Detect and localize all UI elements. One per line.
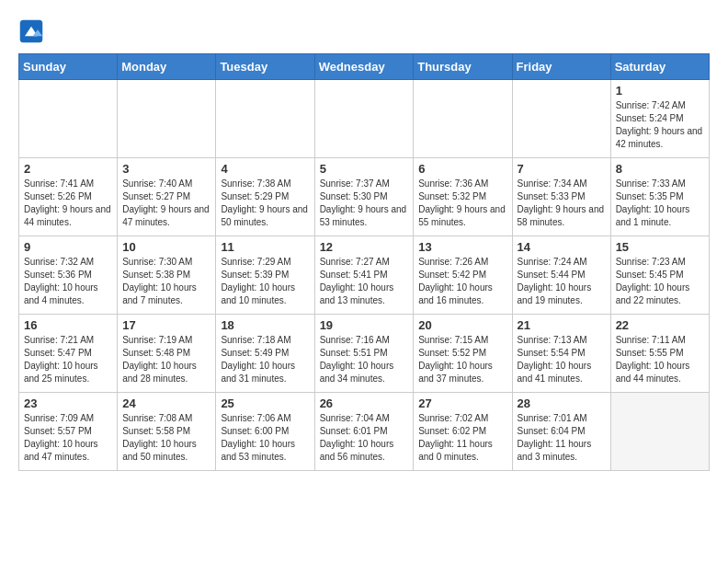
calendar-cell: 15Sunrise: 7:23 AM Sunset: 5:45 PM Dayli… <box>610 236 709 315</box>
calendar-cell: 7Sunrise: 7:34 AM Sunset: 5:33 PM Daylig… <box>512 158 610 236</box>
day-info: Sunrise: 7:15 AM Sunset: 5:52 PM Dayligh… <box>418 334 506 385</box>
day-info: Sunrise: 7:32 AM Sunset: 5:36 PM Dayligh… <box>24 256 112 307</box>
day-number: 10 <box>122 240 210 254</box>
day-info: Sunrise: 7:16 AM Sunset: 5:51 PM Dayligh… <box>320 334 409 385</box>
calendar-header-row: Sunday Monday Tuesday Wednesday Thursday… <box>19 54 710 80</box>
calendar-cell: 17Sunrise: 7:19 AM Sunset: 5:48 PM Dayli… <box>118 315 216 393</box>
day-info: Sunrise: 7:36 AM Sunset: 5:32 PM Dayligh… <box>418 178 506 229</box>
calendar-cell: 20Sunrise: 7:15 AM Sunset: 5:52 PM Dayli… <box>414 315 512 393</box>
calendar-cell: 28Sunrise: 7:01 AM Sunset: 6:04 PM Dayli… <box>512 393 610 471</box>
day-info: Sunrise: 7:40 AM Sunset: 5:27 PM Dayligh… <box>122 178 210 229</box>
calendar-cell: 3Sunrise: 7:40 AM Sunset: 5:27 PM Daylig… <box>118 158 216 236</box>
calendar-cell <box>414 80 512 158</box>
calendar-cell <box>610 393 709 471</box>
calendar-week-row: 1Sunrise: 7:42 AM Sunset: 5:24 PM Daylig… <box>19 80 710 158</box>
calendar-cell: 13Sunrise: 7:26 AM Sunset: 5:42 PM Dayli… <box>414 236 512 315</box>
day-info: Sunrise: 7:27 AM Sunset: 5:41 PM Dayligh… <box>320 256 409 307</box>
day-info: Sunrise: 7:13 AM Sunset: 5:54 PM Dayligh… <box>518 334 606 385</box>
col-tuesday: Tuesday <box>216 54 314 80</box>
calendar-cell: 27Sunrise: 7:02 AM Sunset: 6:02 PM Dayli… <box>414 393 512 471</box>
calendar-cell: 18Sunrise: 7:18 AM Sunset: 5:49 PM Dayli… <box>216 315 314 393</box>
logo <box>18 18 48 44</box>
calendar-table: Sunday Monday Tuesday Wednesday Thursday… <box>18 53 710 471</box>
calendar-cell <box>118 80 216 158</box>
day-number: 16 <box>24 318 112 332</box>
day-info: Sunrise: 7:18 AM Sunset: 5:49 PM Dayligh… <box>221 334 309 385</box>
day-info: Sunrise: 7:02 AM Sunset: 6:02 PM Dayligh… <box>418 412 506 464</box>
day-number: 24 <box>122 396 210 410</box>
calendar-cell: 22Sunrise: 7:11 AM Sunset: 5:55 PM Dayli… <box>610 315 709 393</box>
day-number: 3 <box>122 162 210 176</box>
day-number: 4 <box>221 162 309 176</box>
day-number: 23 <box>24 396 112 410</box>
day-number: 7 <box>518 162 606 176</box>
calendar-cell <box>216 80 314 158</box>
day-info: Sunrise: 7:19 AM Sunset: 5:48 PM Dayligh… <box>122 334 210 385</box>
day-number: 27 <box>418 396 506 410</box>
calendar-cell: 25Sunrise: 7:06 AM Sunset: 6:00 PM Dayli… <box>216 393 314 471</box>
calendar-cell: 19Sunrise: 7:16 AM Sunset: 5:51 PM Dayli… <box>314 315 414 393</box>
day-number: 18 <box>221 318 309 332</box>
calendar-cell: 5Sunrise: 7:37 AM Sunset: 5:30 PM Daylig… <box>314 158 414 236</box>
calendar-cell: 2Sunrise: 7:41 AM Sunset: 5:26 PM Daylig… <box>19 158 118 236</box>
calendar-cell: 14Sunrise: 7:24 AM Sunset: 5:44 PM Dayli… <box>512 236 610 315</box>
day-number: 14 <box>518 240 606 254</box>
day-info: Sunrise: 7:33 AM Sunset: 5:35 PM Dayligh… <box>616 178 704 229</box>
calendar-cell: 6Sunrise: 7:36 AM Sunset: 5:32 PM Daylig… <box>414 158 512 236</box>
calendar-cell <box>512 80 610 158</box>
day-info: Sunrise: 7:37 AM Sunset: 5:30 PM Dayligh… <box>320 178 409 229</box>
day-info: Sunrise: 7:04 AM Sunset: 6:01 PM Dayligh… <box>320 412 409 464</box>
col-thursday: Thursday <box>414 54 512 80</box>
calendar-week-row: 16Sunrise: 7:21 AM Sunset: 5:47 PM Dayli… <box>19 315 710 393</box>
day-info: Sunrise: 7:29 AM Sunset: 5:39 PM Dayligh… <box>221 256 309 307</box>
calendar-week-row: 9Sunrise: 7:32 AM Sunset: 5:36 PM Daylig… <box>19 236 710 315</box>
day-number: 5 <box>320 162 409 176</box>
day-info: Sunrise: 7:41 AM Sunset: 5:26 PM Dayligh… <box>24 178 112 229</box>
calendar-body: 1Sunrise: 7:42 AM Sunset: 5:24 PM Daylig… <box>19 80 710 471</box>
day-info: Sunrise: 7:09 AM Sunset: 5:57 PM Dayligh… <box>24 412 112 464</box>
day-info: Sunrise: 7:34 AM Sunset: 5:33 PM Dayligh… <box>518 178 606 229</box>
calendar-cell: 12Sunrise: 7:27 AM Sunset: 5:41 PM Dayli… <box>314 236 414 315</box>
day-number: 20 <box>418 318 506 332</box>
day-number: 19 <box>320 318 409 332</box>
day-info: Sunrise: 7:26 AM Sunset: 5:42 PM Dayligh… <box>418 256 506 307</box>
col-friday: Friday <box>512 54 610 80</box>
day-number: 8 <box>616 162 704 176</box>
day-info: Sunrise: 7:11 AM Sunset: 5:55 PM Dayligh… <box>616 334 704 385</box>
day-number: 17 <box>122 318 210 332</box>
day-info: Sunrise: 7:06 AM Sunset: 6:00 PM Dayligh… <box>221 412 309 464</box>
day-number: 6 <box>418 162 506 176</box>
calendar-cell: 8Sunrise: 7:33 AM Sunset: 5:35 PM Daylig… <box>610 158 709 236</box>
page-header <box>18 18 710 44</box>
col-monday: Monday <box>118 54 216 80</box>
day-number: 28 <box>518 396 606 410</box>
calendar-cell: 21Sunrise: 7:13 AM Sunset: 5:54 PM Dayli… <box>512 315 610 393</box>
day-number: 9 <box>24 240 112 254</box>
col-wednesday: Wednesday <box>314 54 414 80</box>
calendar-cell: 11Sunrise: 7:29 AM Sunset: 5:39 PM Dayli… <box>216 236 314 315</box>
col-sunday: Sunday <box>19 54 118 80</box>
day-number: 21 <box>518 318 606 332</box>
calendar-cell: 23Sunrise: 7:09 AM Sunset: 5:57 PM Dayli… <box>19 393 118 471</box>
day-number: 11 <box>221 240 309 254</box>
calendar-cell: 4Sunrise: 7:38 AM Sunset: 5:29 PM Daylig… <box>216 158 314 236</box>
day-info: Sunrise: 7:30 AM Sunset: 5:38 PM Dayligh… <box>122 256 210 307</box>
day-info: Sunrise: 7:21 AM Sunset: 5:47 PM Dayligh… <box>24 334 112 385</box>
calendar-cell <box>314 80 414 158</box>
day-info: Sunrise: 7:23 AM Sunset: 5:45 PM Dayligh… <box>616 256 704 307</box>
calendar-cell: 10Sunrise: 7:30 AM Sunset: 5:38 PM Dayli… <box>118 236 216 315</box>
logo-icon <box>18 18 44 44</box>
col-saturday: Saturday <box>610 54 709 80</box>
day-number: 12 <box>320 240 409 254</box>
day-number: 1 <box>616 84 704 98</box>
calendar-cell: 1Sunrise: 7:42 AM Sunset: 5:24 PM Daylig… <box>610 80 709 158</box>
day-number: 2 <box>24 162 112 176</box>
day-info: Sunrise: 7:24 AM Sunset: 5:44 PM Dayligh… <box>518 256 606 307</box>
day-info: Sunrise: 7:38 AM Sunset: 5:29 PM Dayligh… <box>221 178 309 229</box>
day-number: 15 <box>616 240 704 254</box>
calendar-cell <box>19 80 118 158</box>
day-info: Sunrise: 7:01 AM Sunset: 6:04 PM Dayligh… <box>518 412 606 464</box>
day-info: Sunrise: 7:42 AM Sunset: 5:24 PM Dayligh… <box>616 99 704 151</box>
calendar-cell: 26Sunrise: 7:04 AM Sunset: 6:01 PM Dayli… <box>314 393 414 471</box>
calendar-cell: 16Sunrise: 7:21 AM Sunset: 5:47 PM Dayli… <box>19 315 118 393</box>
